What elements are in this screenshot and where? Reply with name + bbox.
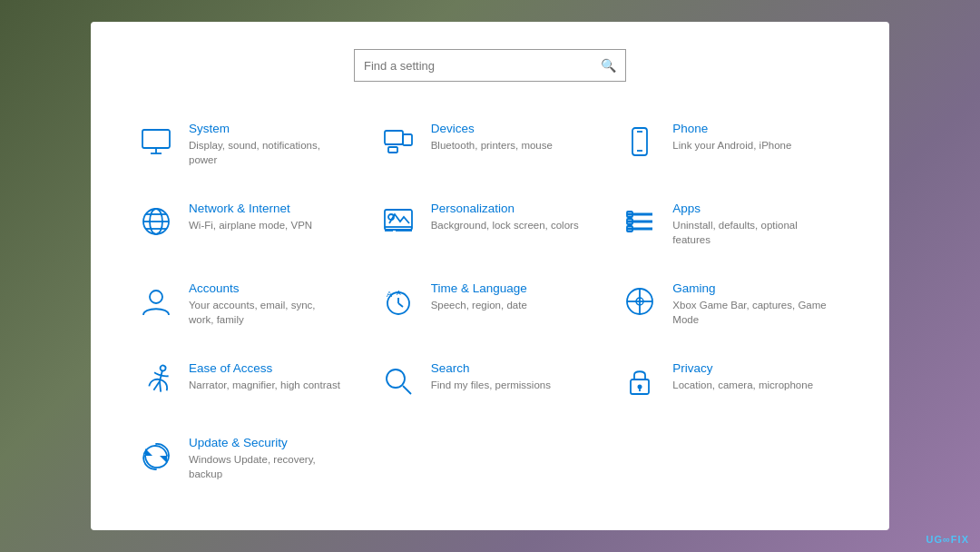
gaming-title: Gaming [672,281,827,295]
devices-icon [378,122,418,162]
search-desc: Find my files, permissions [431,378,551,392]
watermark: UG∞FIX [926,534,969,545]
svg-rect-3 [385,131,403,144]
settings-item-accounts[interactable]: Accounts Your accounts, email, sync, wor… [127,269,369,349]
devices-title: Devices [431,122,553,135]
settings-item-ease[interactable]: Ease of Access Narrator, magnifier, high… [127,349,369,423]
svg-rect-6 [388,147,397,153]
ease-text: Ease of Access Narrator, magnifier, high… [189,361,340,392]
personalization-desc: Background, lock screen, colors [431,218,579,232]
time-desc: Speech, region, date [431,298,527,312]
phone-desc: Link your Android, iPhone [672,138,791,153]
svg-line-29 [398,303,403,307]
system-desc: Display, sound, notifications, power [189,138,343,167]
accounts-title: Accounts [189,281,343,295]
settings-item-privacy[interactable]: Privacy Location, camera, microphone [611,349,853,423]
search-input[interactable] [364,59,601,73]
svg-rect-0 [142,130,170,148]
settings-item-network[interactable]: Network & Internet Wi-Fi, airplane mode,… [127,189,369,269]
personalization-title: Personalization [431,202,579,215]
settings-item-system[interactable]: System Display, sound, notifications, po… [127,109,369,189]
network-desc: Wi-Fi, airplane mode, VPN [189,218,312,232]
system-text: System Display, sound, notifications, po… [189,122,343,167]
settings-item-personalization[interactable]: Personalization Background, lock screen,… [369,189,612,269]
devices-text: Devices Bluetooth, printers, mouse [431,122,553,153]
settings-item-update[interactable]: Update & Security Windows Update, recove… [127,423,369,503]
settings-item-gaming[interactable]: Gaming Xbox Game Bar, captures, Game Mod… [611,269,853,349]
settings-item-devices[interactable]: Devices Bluetooth, printers, mouse [369,109,612,189]
settings-grid: System Display, sound, notifications, po… [127,109,853,503]
apps-desc: Uninstall, defaults, optional features [672,218,827,247]
time-title: Time & Language [431,281,527,295]
phone-text: Phone Link your Android, iPhone [672,122,791,153]
network-text: Network & Internet Wi-Fi, airplane mode,… [189,202,312,232]
phone-title: Phone [672,122,791,135]
search-icon: 🔍 [601,58,616,73]
ease-icon [136,361,176,401]
system-icon [136,122,176,162]
svg-point-26 [150,291,162,303]
ease-title: Ease of Access [189,361,340,375]
privacy-icon [620,361,660,401]
search-bar-container: 🔍 [127,49,853,82]
svg-point-17 [388,214,394,220]
accounts-desc: Your accounts, email, sync, work, family [189,298,343,327]
accounts-text: Accounts Your accounts, email, sync, wor… [189,281,343,327]
gaming-desc: Xbox Game Bar, captures, Game Mode [672,298,827,327]
update-title: Update & Security [189,436,343,449]
system-title: System [189,122,343,135]
privacy-title: Privacy [672,361,813,375]
privacy-desc: Location, camera, microphone [672,378,813,392]
apps-icon [620,202,660,242]
privacy-text: Privacy Location, camera, microphone [672,361,813,392]
svg-rect-4 [403,134,412,145]
svg-line-38 [403,386,411,394]
personalization-icon [378,202,418,242]
settings-item-phone[interactable]: Phone Link your Android, iPhone [611,109,853,189]
search-text: Search Find my files, permissions [431,361,551,392]
gaming-icon [620,281,660,321]
search-title: Search [431,361,551,375]
accounts-icon [136,281,176,321]
update-desc: Windows Update, recovery, backup [189,452,343,481]
settings-item-search[interactable]: Search Find my files, permissions [369,349,612,423]
apps-text: Apps Uninstall, defaults, optional featu… [672,202,827,247]
svg-text:A: A [397,290,401,296]
network-icon [136,202,176,242]
time-icon: A A [378,281,418,321]
settings-item-apps[interactable]: Apps Uninstall, defaults, optional featu… [611,189,853,269]
search-settings-icon [378,361,418,401]
settings-window: 🔍 System Display, sound, notifications, … [91,22,889,530]
svg-point-40 [638,385,642,389]
settings-item-time[interactable]: A A Time & Language Speech, region, date [369,269,612,349]
time-text: Time & Language Speech, region, date [431,281,527,312]
ease-desc: Narrator, magnifier, high contrast [189,378,340,392]
update-text: Update & Security Windows Update, recove… [189,436,343,481]
update-icon [136,436,176,476]
devices-desc: Bluetooth, printers, mouse [431,138,553,153]
search-bar[interactable]: 🔍 [354,49,626,82]
personalization-text: Personalization Background, lock screen,… [431,202,579,232]
svg-point-37 [387,370,405,388]
svg-point-36 [163,364,171,371]
gaming-text: Gaming Xbox Game Bar, captures, Game Mod… [672,281,827,327]
phone-icon [620,122,660,162]
svg-text:A: A [387,290,392,299]
apps-title: Apps [672,202,827,215]
network-title: Network & Internet [189,202,312,215]
